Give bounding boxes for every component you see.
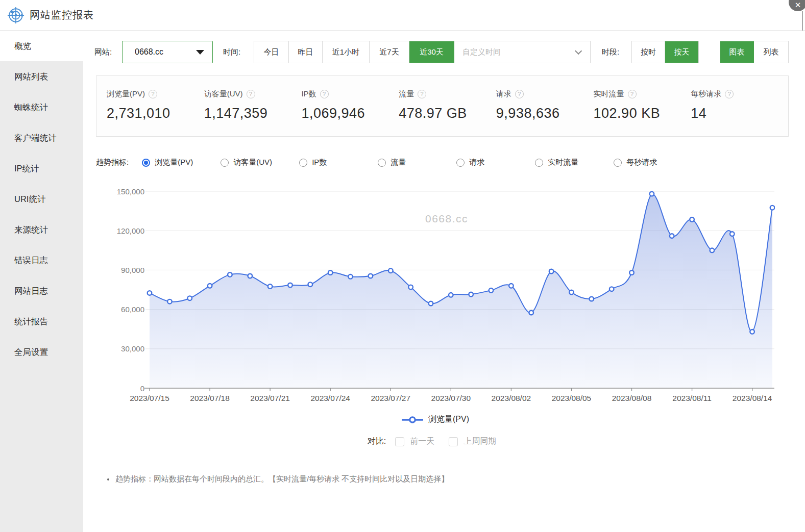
stat-card-5: 请求?9,938,636 xyxy=(496,89,594,136)
svg-text:0: 0 xyxy=(140,384,144,393)
stat-label-row: IP数? xyxy=(301,89,399,99)
filter-bar: 网站: 0668.cc 时间: 今日昨日近1小时近7天近30天自定义时间 时段:… xyxy=(83,41,805,63)
sidebar-item-1[interactable]: 概览 xyxy=(0,31,83,61)
stat-value: 9,938,636 xyxy=(496,106,594,121)
checkbox-icon[interactable] xyxy=(449,437,458,446)
radio-icon[interactable] xyxy=(299,159,307,167)
caret-down-icon xyxy=(196,50,204,55)
time-option-1[interactable]: 今日 xyxy=(254,41,289,63)
monitor-target-icon xyxy=(7,7,25,24)
svg-text:2023/07/18: 2023/07/18 xyxy=(190,394,230,402)
sidebar-item-9[interactable]: 网站日志 xyxy=(0,275,83,306)
trend-option-1[interactable]: 浏览量(PV) xyxy=(142,158,221,167)
footnote-text: 趋势指标：网站数据在每个时间段内的总汇。【实时流量/每秒请求 不支持时间比对以及… xyxy=(115,474,449,484)
custom-time-placeholder: 自定义时间 xyxy=(462,47,501,57)
radio-icon[interactable] xyxy=(614,159,622,167)
stat-label-row: 实时流量? xyxy=(594,89,691,99)
stat-label-row: 每秒请求? xyxy=(691,89,788,99)
chevron-down-icon xyxy=(575,47,582,55)
trend-option-2[interactable]: 访客量(UV) xyxy=(221,158,299,167)
stat-value: 102.90 KB xyxy=(594,106,691,121)
help-icon[interactable]: ? xyxy=(149,90,157,98)
radio-checked-icon[interactable] xyxy=(142,159,150,167)
sidebar-item-6[interactable]: URI统计 xyxy=(0,184,83,214)
period-option-2[interactable]: 按天 xyxy=(665,41,698,63)
period-segmented-control: 按时按天 xyxy=(631,41,699,63)
help-icon[interactable]: ? xyxy=(725,90,734,98)
help-icon[interactable]: ? xyxy=(320,90,329,98)
period-option-1[interactable]: 按时 xyxy=(632,41,665,63)
stat-label: 请求 xyxy=(496,89,511,99)
stat-label: 浏览量(PV) xyxy=(107,89,145,99)
legend-item-pv[interactable]: 浏览量(PV) xyxy=(402,414,469,425)
svg-text:30,000: 30,000 xyxy=(121,344,144,353)
sidebar-item-7[interactable]: 来源统计 xyxy=(0,214,83,245)
trend-option-label: 流量 xyxy=(391,158,406,167)
svg-text:60,000: 60,000 xyxy=(121,305,144,314)
help-icon[interactable]: ? xyxy=(515,90,524,98)
radio-icon[interactable] xyxy=(221,159,229,167)
trend-option-label: 请求 xyxy=(469,158,484,167)
trend-option-4[interactable]: 流量 xyxy=(378,158,456,167)
stat-label-row: 流量? xyxy=(399,89,496,99)
site-select-value: 0668.cc xyxy=(135,47,163,57)
view-option-1[interactable]: 图表 xyxy=(720,41,754,63)
help-icon[interactable]: ? xyxy=(628,90,637,98)
sidebar-item-5[interactable]: IP统计 xyxy=(0,153,83,184)
svg-text:2023/07/15: 2023/07/15 xyxy=(130,394,169,402)
sidebar-item-8[interactable]: 错误日志 xyxy=(0,245,83,275)
help-icon[interactable]: ? xyxy=(247,90,255,98)
stat-value: 1,147,359 xyxy=(204,106,302,121)
sidebar-item-3[interactable]: 蜘蛛统计 xyxy=(0,92,83,122)
svg-text:2023/08/02: 2023/08/02 xyxy=(492,394,531,402)
sidebar-item-2[interactable]: 网站列表 xyxy=(0,61,83,92)
trend-radio-group: 浏览量(PV)访客量(UV)IP数流量请求实时流量每秒请求 xyxy=(142,158,692,167)
compare-option-label: 前一天 xyxy=(410,436,434,447)
trend-option-label: 实时流量 xyxy=(548,158,578,167)
trend-option-label: 每秒请求 xyxy=(626,158,657,167)
trend-option-3[interactable]: IP数 xyxy=(299,158,378,167)
time-option-4[interactable]: 近7天 xyxy=(370,41,409,63)
trend-option-6[interactable]: 实时流量 xyxy=(535,158,614,167)
period-label: 时段: xyxy=(602,41,619,63)
sidebar-item-10[interactable]: 统计报告 xyxy=(0,306,83,337)
custom-time-dropdown[interactable]: 自定义时间 xyxy=(454,41,590,63)
close-icon: ✕ xyxy=(795,1,801,10)
stats-panel: 浏览量(PV)?2,731,010访客量(UV)?1,147,359IP数?1,… xyxy=(96,75,789,137)
help-icon[interactable]: ? xyxy=(418,90,426,98)
svg-text:90,000: 90,000 xyxy=(121,266,144,274)
app-header: 网站监控报表 xyxy=(0,0,805,31)
sidebar-item-4[interactable]: 客户端统计 xyxy=(0,122,83,153)
site-select[interactable]: 0668.cc xyxy=(122,41,213,63)
checkbox-icon[interactable] xyxy=(395,437,404,446)
trend-indicator-row: 趋势指标: 浏览量(PV)访客量(UV)IP数流量请求实时流量每秒请求 xyxy=(96,158,692,167)
stat-card-4: 流量?478.97 GB xyxy=(399,89,496,136)
compare-option-1[interactable]: 前一天 xyxy=(395,436,434,447)
view-toggle-segmented-control: 图表列表 xyxy=(720,41,789,63)
svg-text:0668.cc: 0668.cc xyxy=(425,213,468,224)
trend-chart-svg[interactable]: 030,00060,00090,000120,000150,0000668.cc… xyxy=(96,183,775,404)
svg-text:2023/07/30: 2023/07/30 xyxy=(431,394,471,402)
site-label: 网站: xyxy=(94,41,112,63)
view-option-2[interactable]: 列表 xyxy=(754,41,788,63)
chart-legend: 浏览量(PV) xyxy=(96,414,775,425)
time-option-5[interactable]: 近30天 xyxy=(409,41,454,63)
radio-icon[interactable] xyxy=(535,159,543,167)
stat-card-1: 浏览量(PV)?2,731,010 xyxy=(107,89,204,136)
trend-option-7[interactable]: 每秒请求 xyxy=(614,158,692,167)
trend-option-label: 浏览量(PV) xyxy=(155,158,193,167)
svg-text:2023/07/24: 2023/07/24 xyxy=(310,394,350,402)
sidebar-item-11[interactable]: 全局设置 xyxy=(0,337,83,367)
stat-label: 流量 xyxy=(399,89,414,99)
radio-icon[interactable] xyxy=(378,159,386,167)
compare-option-2[interactable]: 上周同期 xyxy=(449,436,496,447)
footnote: 趋势指标：网站数据在每个时间段内的总汇。【实时流量/每秒请求 不支持时间比对以及… xyxy=(107,474,449,484)
stat-value: 1,069,946 xyxy=(301,106,399,121)
stat-card-2: 访客量(UV)?1,147,359 xyxy=(204,89,302,136)
time-option-2[interactable]: 昨日 xyxy=(289,41,323,63)
trend-option-5[interactable]: 请求 xyxy=(456,158,535,167)
svg-text:2023/08/05: 2023/08/05 xyxy=(552,394,592,402)
stat-label: IP数 xyxy=(301,89,316,99)
time-option-3[interactable]: 近1小时 xyxy=(323,41,370,63)
radio-icon[interactable] xyxy=(456,159,465,167)
